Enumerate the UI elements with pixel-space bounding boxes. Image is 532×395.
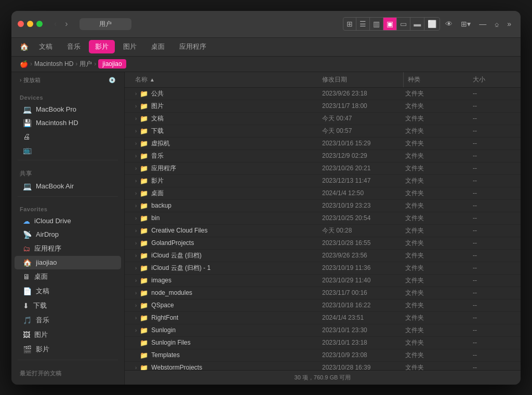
close-button[interactable] bbox=[18, 21, 24, 27]
split-view-button[interactable]: ⬜ bbox=[424, 18, 440, 30]
tab-movies[interactable]: 影片 bbox=[89, 40, 115, 53]
column-view-button[interactable]: ▥ bbox=[370, 18, 383, 30]
section-header-favorites: Favorites bbox=[11, 200, 124, 214]
tab-desktop[interactable]: 桌面 bbox=[145, 40, 171, 53]
sidebar-item-macintosh-hd[interactable]: 💾 Macintosh HD bbox=[15, 116, 121, 130]
sidebar-item-music[interactable]: 🎵 音乐 bbox=[15, 313, 121, 328]
cell-name: › 📁 images bbox=[133, 275, 320, 286]
table-row[interactable]: › 📁 下载 今天 00:57 文件夹 -- bbox=[125, 125, 521, 138]
sidebar-item-jiaojiao[interactable]: 🏠 jiaojiao bbox=[15, 256, 121, 269]
folder-icon: 📁 bbox=[140, 252, 148, 260]
list-view-button[interactable]: ☰ bbox=[356, 18, 370, 30]
action-button[interactable]: ⊞▾ bbox=[458, 18, 474, 30]
wide-view-button[interactable]: ▬ bbox=[410, 18, 424, 30]
breadcrumb-macintosh[interactable]: Macintosh HD bbox=[34, 60, 73, 67]
table-row[interactable]: › 📁 iCloud 云盘 (归档) 2023/9/26 23:56 文件夹 -… bbox=[125, 250, 521, 262]
breadcrumb-users[interactable]: 用户 bbox=[79, 60, 92, 69]
table-row[interactable]: › 📁 QSpace 2023/10/18 16:22 文件夹 -- bbox=[125, 299, 521, 312]
cell-name: › 📁 虚拟机 bbox=[133, 138, 320, 149]
breadcrumb-current[interactable]: jiaojiao bbox=[98, 59, 126, 69]
sidebar-item-documents[interactable]: 📄 文稿 bbox=[15, 284, 121, 298]
home-icon[interactable]: 🏠 bbox=[20, 43, 29, 51]
sidebar-item-airdrop[interactable]: 📡 AirDrop bbox=[15, 228, 121, 241]
sidebar-movies-label: 影片 bbox=[36, 345, 113, 354]
cell-modified: 2023/12/13 11:47 bbox=[320, 175, 403, 186]
col-name[interactable]: 名称 ▲ bbox=[133, 72, 320, 87]
cell-name: › 📁 Creative Cloud Files bbox=[133, 225, 320, 236]
table-row[interactable]: › 📁 图片 2023/11/7 18:00 文件夹 -- bbox=[125, 100, 521, 113]
table-row[interactable]: › 📁 文稿 今天 00:47 文件夹 -- bbox=[125, 113, 521, 125]
table-row[interactable]: › 📁 音乐 2023/12/9 02:29 文件夹 -- bbox=[125, 150, 521, 162]
table-row[interactable]: › 📁 公共 2023/9/26 23:18 文件夹 -- bbox=[125, 88, 521, 100]
table-row[interactable]: › 📁 iCloud 云盘 (归档) - 1 2023/10/19 11:36 … bbox=[125, 262, 521, 275]
row-caret-icon: › bbox=[135, 128, 137, 134]
sidebar-item-macbook[interactable]: 💻 MacBook Pro bbox=[15, 103, 121, 116]
maximize-button[interactable] bbox=[36, 21, 43, 27]
tab-apps[interactable]: 应用程序 bbox=[173, 40, 212, 53]
cell-modified: 2023/11/7 18:00 bbox=[320, 101, 403, 111]
table-row[interactable]: › 📁 images 2023/10/29 11:40 文件夹 -- bbox=[125, 275, 521, 287]
cell-modified: 2023/10/19 23:23 bbox=[320, 200, 403, 211]
sidebar-item-tv[interactable]: 📺 bbox=[15, 143, 121, 157]
tab-wenzhang[interactable]: 文稿 bbox=[33, 40, 59, 53]
back-button[interactable]: ‹ bbox=[51, 18, 60, 30]
rect-view-button[interactable]: ▭ bbox=[397, 18, 410, 30]
folder-icon: 📁 bbox=[140, 264, 148, 272]
folder-icon: 📁 bbox=[140, 189, 148, 197]
sort-button[interactable]: — bbox=[476, 18, 489, 30]
forward-button[interactable]: › bbox=[62, 18, 71, 30]
table-row[interactable]: › 📁 bin 2023/10/25 20:54 文件夹 -- bbox=[125, 212, 521, 225]
col-modified-label: 修改日期 bbox=[322, 75, 347, 84]
minimize-button[interactable] bbox=[27, 21, 33, 27]
file-list: › 📁 公共 2023/9/26 23:18 文件夹 -- › 📁 图片 202… bbox=[125, 88, 521, 370]
col-kind[interactable]: 种类 bbox=[403, 72, 471, 87]
table-row[interactable]: › 📁 影片 2023/12/13 11:47 文件夹 -- bbox=[125, 175, 521, 187]
cell-size: -- bbox=[471, 188, 512, 198]
row-caret-icon: › bbox=[135, 253, 137, 258]
table-row[interactable]: › 📁 虚拟机 2023/10/16 15:29 文件夹 -- bbox=[125, 138, 521, 150]
table-row[interactable]: › 📁 GolandProjects 2023/10/28 16:55 文件夹 … bbox=[125, 237, 521, 250]
sidebar-item-applications[interactable]: 🗂 应用程序 bbox=[15, 241, 121, 256]
cell-name: › 📁 backup bbox=[133, 200, 320, 211]
sidebar-item-downloads[interactable]: ⬇ 下载 bbox=[15, 298, 121, 313]
file-name-label: bin bbox=[151, 214, 159, 222]
tab-pictures[interactable]: 图片 bbox=[117, 40, 143, 53]
col-modified[interactable]: 修改日期 bbox=[320, 72, 403, 87]
cell-size: -- bbox=[471, 126, 512, 136]
table-row[interactable]: › 📁 node_modules 2023/11/7 00:16 文件夹 -- bbox=[125, 287, 521, 299]
tab-music[interactable]: 音乐 bbox=[61, 40, 87, 53]
table-row[interactable]: › 📁 Sunlogin Files 2023/10/1 23:18 文件夹 -… bbox=[125, 337, 521, 349]
cell-size: -- bbox=[471, 151, 512, 161]
share-button[interactable]: ⎐ bbox=[491, 18, 502, 30]
sidebar: › 搜放箱 💿 Devices 💻 MacBook Pro 💾 Macintos… bbox=[11, 72, 125, 385]
file-name-label: GolandProjects bbox=[151, 239, 194, 247]
table-row[interactable]: › 📁 Templates 2023/10/9 23:08 文件夹 -- bbox=[125, 349, 521, 362]
breadcrumb-apple[interactable]: 🍎 bbox=[20, 60, 28, 68]
gallery-view-button[interactable]: ▣ bbox=[383, 18, 397, 30]
section-header-shared: 共享 bbox=[11, 164, 124, 180]
table-row[interactable]: › 📁 WebstormProjects 2023/10/28 16:39 文件… bbox=[125, 362, 521, 370]
table-row[interactable]: › 📁 应用程序 2023/10/26 20:21 文件夹 -- bbox=[125, 162, 521, 175]
table-row[interactable]: › 📁 Creative Cloud Files 今天 00:28 文件夹 -- bbox=[125, 225, 521, 237]
sidebar-item-printer[interactable]: 🖨 bbox=[15, 130, 121, 143]
sidebar-item-movies[interactable]: 🎬 影片 bbox=[15, 342, 121, 357]
cell-modified: 2023/10/28 16:55 bbox=[320, 238, 403, 248]
table-row[interactable]: › 📁 backup 2023/10/19 23:23 文件夹 -- bbox=[125, 200, 521, 212]
cell-size: -- bbox=[471, 288, 512, 298]
cell-modified: 2023/10/9 23:08 bbox=[320, 350, 403, 360]
tabs-bar: 🏠 文稿 音乐 影片 图片 桌面 应用程序 bbox=[11, 38, 521, 57]
sidebar-item-pictures[interactable]: 🖼 图片 bbox=[15, 328, 121, 342]
cell-modified: 2023/10/26 20:21 bbox=[320, 163, 403, 173]
sidebar-item-icloud[interactable]: ☁ iCloud Drive bbox=[15, 214, 121, 228]
cell-modified: 2023/12/9 02:29 bbox=[320, 151, 403, 161]
cell-name: › 📁 iCloud 云盘 (归档) - 1 bbox=[133, 262, 320, 274]
sidebar-item-macbook-air[interactable]: 💻 MacBook Air bbox=[15, 180, 121, 193]
col-size[interactable]: 大小 bbox=[471, 72, 512, 87]
preview-button[interactable]: 👁 bbox=[442, 18, 456, 30]
sidebar-item-desktop[interactable]: 🖥 桌面 bbox=[15, 269, 121, 284]
more-button[interactable]: » bbox=[504, 18, 514, 30]
table-row[interactable]: › 📁 RightFont 2024/1/4 23:51 文件夹 -- bbox=[125, 312, 521, 324]
table-row[interactable]: › 📁 桌面 2024/1/4 12:50 文件夹 -- bbox=[125, 187, 521, 200]
table-row[interactable]: › 📁 Sunlogin 2023/10/1 23:30 文件夹 -- bbox=[125, 324, 521, 337]
grid-view-button[interactable]: ⊞ bbox=[343, 18, 356, 30]
